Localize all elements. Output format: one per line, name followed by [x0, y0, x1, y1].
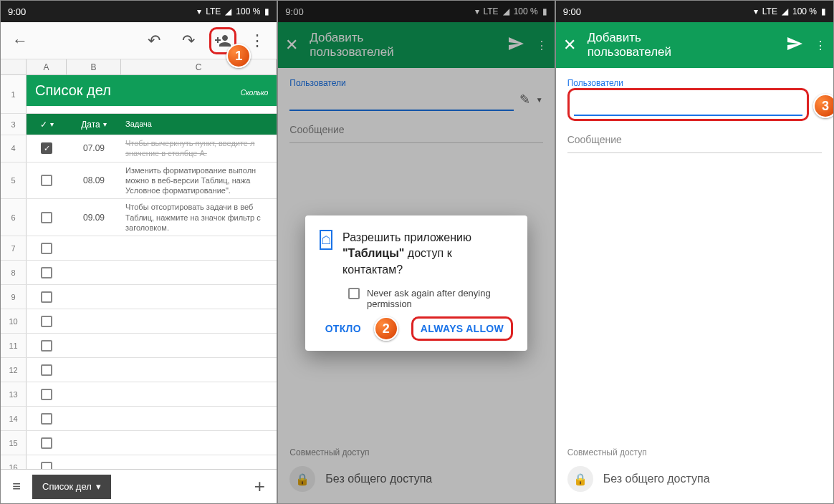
share-toolbar: ✕ Добавить пользователей ⋮ — [556, 22, 833, 68]
users-input-highlight — [567, 88, 809, 121]
table-row[interactable]: 15 — [1, 431, 277, 455]
col-header-c[interactable]: C — [121, 59, 277, 74]
never-ask-label: Never ask again after denying permission — [367, 288, 513, 309]
back-button[interactable]: ← — [6, 27, 34, 54]
table-row[interactable]: 508.09Изменить форматирование выполн мож… — [1, 163, 277, 200]
table-row[interactable]: 8 — [1, 261, 277, 285]
table-row[interactable]: 609.09Чтобы отсортировать задачи в веб Т… — [1, 199, 277, 236]
table-row[interactable]: 11 — [1, 334, 277, 358]
users-label: Пользователи — [567, 78, 822, 88]
wifi-icon: ▾ — [754, 6, 758, 16]
sheets-toolbar: ← ↶ ↷ 1 ⋮ — [1, 22, 277, 59]
sheet-tab-label: Список дел — [42, 481, 92, 492]
net-label: LTE — [762, 6, 777, 16]
contacts-icon: ☖ — [320, 230, 332, 250]
lock-icon: 🔒 — [567, 466, 593, 492]
status-icons: ▾ LTE ◢ 100 % ▮ — [754, 6, 826, 16]
task-checkbox[interactable] — [41, 316, 52, 327]
status-icons: ▾ LTE ◢ 100 % ▮ — [197, 6, 269, 16]
task-checkbox[interactable] — [41, 364, 52, 376]
col-header-a[interactable]: A — [27, 59, 67, 74]
signal-icon: ◢ — [225, 6, 231, 16]
battery-icon: ▮ — [264, 6, 269, 16]
task-checkbox[interactable] — [41, 462, 52, 469]
send-icon — [786, 35, 803, 52]
table-row[interactable]: 12 — [1, 358, 277, 382]
screenshot-1: 9:00 ▾ LTE ◢ 100 % ▮ ← ↶ ↷ 1 ⋮ A B C 1Сп… — [1, 1, 278, 503]
person-add-icon — [214, 32, 231, 49]
sheet-tab[interactable]: Список дел ▾ — [32, 475, 111, 499]
table-row[interactable]: 13 — [1, 382, 277, 407]
share-footer: Совместный доступ 🔒 Без общего доступа — [556, 436, 833, 503]
table-row[interactable]: 9 — [1, 285, 277, 309]
col-header-b[interactable]: B — [67, 59, 121, 74]
message-input[interactable]: Сообщение — [567, 134, 822, 153]
table-header-row[interactable]: 3✓ ▾Дата ▾Задача — [1, 114, 277, 135]
battery-label: 100 % — [236, 6, 260, 16]
close-button[interactable]: ✕ — [563, 36, 576, 54]
deny-button[interactable]: ОТКЛО — [325, 323, 361, 334]
wifi-icon: ▾ — [197, 6, 201, 16]
table-row[interactable]: 7 — [1, 236, 277, 261]
task-checkbox[interactable] — [41, 212, 52, 223]
share-footer-title: Совместный доступ — [567, 447, 822, 457]
battery-icon: ▮ — [821, 6, 826, 16]
task-checkbox[interactable] — [41, 267, 52, 278]
spreadsheet[interactable]: A B C 1Список делСколько3✓ ▾Дата ▾Задача… — [1, 59, 277, 469]
task-checkbox[interactable] — [41, 413, 52, 425]
table-row[interactable]: 16 — [1, 455, 277, 469]
screenshot-3: 9:00 ▾ LTE ◢ 100 % ▮ ✕ Добавить пользова… — [556, 1, 833, 503]
add-sheet-button[interactable]: + — [242, 475, 277, 498]
task-checkbox[interactable] — [41, 340, 52, 352]
callout-badge-3: 3 — [813, 94, 833, 118]
clock: 9:00 — [8, 6, 26, 17]
task-checkbox[interactable] — [41, 437, 52, 449]
share-form: Пользователи ▼ 3 Сообщение — [556, 68, 833, 163]
net-label: LTE — [206, 6, 221, 16]
all-sheets-button[interactable]: ≡ — [1, 478, 32, 495]
status-bar: 9:00 ▾ LTE ◢ 100 % ▮ — [556, 1, 833, 22]
access-label: Без общего доступа — [603, 472, 710, 485]
dialog-text: Разрешить приложению "Таблицы" доступ к … — [342, 230, 513, 278]
send-button[interactable] — [786, 35, 803, 55]
dropdown-icon: ▾ — [96, 481, 101, 492]
status-bar: 9:00 ▾ LTE ◢ 100 % ▮ — [1, 1, 277, 22]
signal-icon: ◢ — [782, 6, 788, 16]
access-row[interactable]: 🔒 Без общего доступа — [567, 466, 822, 492]
screen-title: Добавить пользователей — [588, 31, 775, 59]
table-row[interactable]: 10 — [1, 309, 277, 334]
redo-button[interactable]: ↷ — [175, 27, 202, 54]
task-checkbox[interactable] — [41, 175, 52, 186]
clock: 9:00 — [563, 6, 581, 17]
undo-button[interactable]: ↶ — [140, 27, 168, 54]
task-checkbox[interactable] — [41, 389, 52, 400]
sheet-tabs-bar: ≡ Список дел ▾ + — [1, 469, 277, 503]
table-row[interactable]: 14 — [1, 407, 277, 431]
allow-button[interactable]: ALWAYS ALLOW — [411, 316, 513, 341]
task-checkbox[interactable] — [41, 243, 52, 254]
title-row[interactable]: 1Список делСколько — [1, 75, 277, 114]
permission-dialog: ☖ Разрешить приложению "Таблицы" доступ … — [305, 215, 527, 351]
overflow-menu-button[interactable]: ⋮ — [815, 39, 826, 52]
task-checkbox[interactable] — [41, 142, 52, 154]
battery-label: 100 % — [792, 6, 817, 16]
never-ask-row[interactable]: Never ask again after denying permission — [348, 288, 513, 309]
screenshot-2: 9:00 ▾ LTE ◢ 100 % ▮ ✕ Добавить пользова… — [278, 1, 555, 503]
table-row[interactable]: 407.09Чтобы вычеркнуть пункт, введите л … — [1, 135, 277, 163]
never-ask-checkbox[interactable] — [348, 288, 360, 299]
task-checkbox[interactable] — [41, 291, 52, 303]
users-input[interactable] — [574, 93, 802, 116]
callout-badge-2: 2 — [374, 316, 398, 341]
